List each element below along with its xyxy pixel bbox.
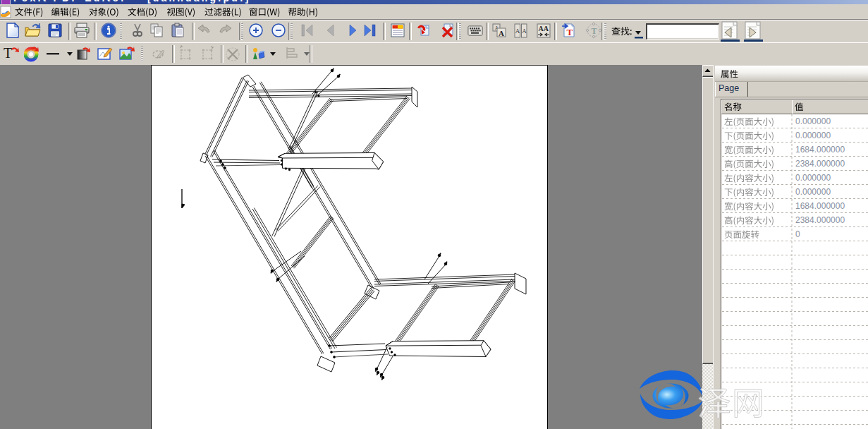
- svg-text:1684.000000: 1684.000000: [795, 201, 845, 211]
- svg-text:A: A: [499, 29, 504, 37]
- svg-text:A: A: [522, 28, 527, 35]
- svg-text:T: T: [592, 26, 597, 36]
- svg-text:0: 0: [795, 229, 800, 239]
- svg-text:AA: AA: [539, 25, 549, 32]
- svg-text:0.000000: 0.000000: [795, 187, 831, 197]
- svg-text:0.000000: 0.000000: [795, 131, 831, 140]
- svg-text:A: A: [515, 28, 520, 35]
- svg-text:2384.000000: 2384.000000: [795, 159, 845, 169]
- svg-text:T: T: [4, 45, 12, 61]
- svg-text:0.000000: 0.000000: [795, 173, 831, 183]
- svg-text:2384.000000: 2384.000000: [795, 215, 845, 225]
- svg-text:0.000000: 0.000000: [795, 116, 831, 126]
- svg-text:T: T: [567, 27, 573, 37]
- svg-text:1684.000000: 1684.000000: [795, 145, 845, 155]
